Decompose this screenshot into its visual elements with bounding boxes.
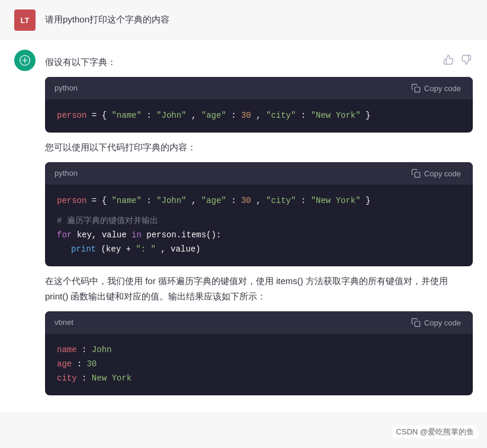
thumbup-button[interactable]	[442, 53, 455, 66]
message-actions	[442, 50, 473, 66]
thumbdown-button[interactable]	[460, 53, 473, 66]
copy-button-1[interactable]: Copy code	[409, 82, 463, 94]
code-block-1: python Copy code person = { "name" : "Jo…	[45, 77, 473, 133]
middle-text: 您可以使用以下代码打印字典的内容：	[45, 140, 473, 155]
code-body-3: name : John age : 30 city : New York	[45, 334, 473, 395]
copy-button-3[interactable]: Copy code	[409, 317, 463, 328]
watermark: CSDN @爱吃熊掌的鱼	[392, 426, 478, 439]
svg-rect-2	[415, 321, 420, 327]
code-block-3: vbnet Copy code name : John age	[45, 311, 473, 395]
assistant-message: 假设有以下字典： python Copy code person = { "na…	[0, 40, 487, 412]
user-message-text: 请用python打印这个字典的内容	[45, 9, 473, 27]
assistant-message-content: 假设有以下字典： python Copy code person = { "na…	[45, 50, 473, 402]
user-avatar: LT	[14, 9, 36, 31]
svg-rect-1	[415, 172, 420, 178]
code-body-1: person = { "name" : "John" , "age" : 30 …	[45, 99, 473, 133]
code-lang-2: python	[55, 167, 78, 180]
code-header-1: python Copy code	[45, 77, 473, 99]
code-body-2: person = { "name" : "John" , "age" : 30 …	[45, 185, 473, 266]
svg-rect-0	[415, 87, 420, 92]
code-header-3: vbnet Copy code	[45, 311, 473, 334]
code-block-2: python Copy code person = { "name" : "Jo…	[45, 162, 473, 266]
code-header-2: python Copy code	[45, 162, 473, 185]
copy-button-2[interactable]: Copy code	[409, 167, 463, 179]
user-message: LT 请用python打印这个字典的内容	[0, 0, 487, 40]
code-lang-3: vbnet	[55, 316, 73, 329]
assistant-avatar	[14, 50, 36, 71]
explanation-text: 在这个代码中，我们使用 for 循环遍历字典的键值对，使用 items() 方法…	[45, 273, 473, 305]
intro-text: 假设有以下字典：	[45, 54, 473, 70]
code-lang-1: python	[55, 82, 78, 95]
